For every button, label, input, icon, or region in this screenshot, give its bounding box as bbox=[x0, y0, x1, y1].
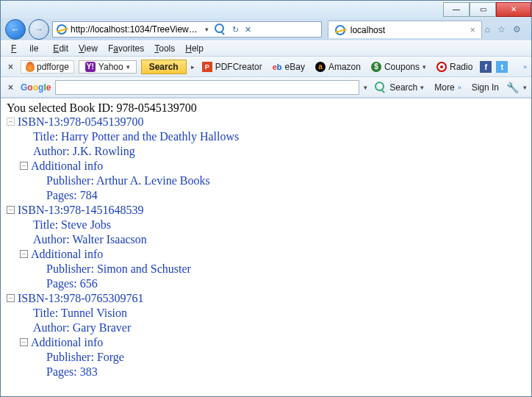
menu-file-label: ile bbox=[25, 42, 43, 55]
tree-node-publisher[interactable]: Publisher: Arthur A. Levine Books bbox=[46, 174, 210, 188]
ebay-icon: eb bbox=[273, 62, 282, 71]
tools-gear-button[interactable]: ⚙ bbox=[513, 24, 521, 35]
tree-node-author[interactable]: Author: Gary Braver bbox=[33, 321, 131, 335]
wrench-dropdown-icon[interactable]: ▾ bbox=[523, 84, 527, 91]
tree-toggle[interactable]: − bbox=[7, 206, 15, 214]
maximize-button[interactable]: ▭ bbox=[470, 2, 496, 17]
toolbar-pdfforge: × pdfforge Y! Yahoo ▾ Search ▸ P PDFCrea… bbox=[1, 57, 531, 77]
menu-favorites[interactable]: Favorites bbox=[104, 42, 148, 55]
close-button[interactable]: ✕ bbox=[496, 2, 531, 17]
tree-node-publisher[interactable]: Publisher: Forge bbox=[46, 350, 124, 365]
browser-tab[interactable]: localhost × bbox=[328, 21, 482, 38]
tree-node-publisher[interactable]: Publisher: Simon and Schuster bbox=[46, 262, 191, 276]
tree-node-author[interactable]: Author: Walter Isaacson bbox=[33, 232, 147, 247]
wrench-icon[interactable]: 🔧 bbox=[506, 82, 519, 93]
tree-toggle[interactable]: − bbox=[20, 162, 28, 170]
google-more-label: More bbox=[434, 82, 454, 93]
tree-toggle[interactable]: − bbox=[7, 294, 15, 302]
tree-node-additional[interactable]: Additional info bbox=[31, 159, 103, 174]
google-search-label: Search bbox=[389, 82, 417, 93]
tree-toggle[interactable]: − bbox=[20, 250, 28, 258]
ie-icon bbox=[56, 24, 68, 35]
tree-node-isbn[interactable]: ISBN-13:978-0765309761 bbox=[18, 291, 144, 306]
menu-tools[interactable]: Tools bbox=[150, 42, 179, 55]
yahoo-icon: Y! bbox=[85, 62, 96, 72]
tab-title: localhost bbox=[351, 25, 385, 35]
facebook-button[interactable]: f bbox=[480, 61, 492, 73]
pdfcreator-icon: P bbox=[202, 62, 212, 72]
stop-button[interactable]: ✕ bbox=[245, 25, 251, 35]
google-search-input[interactable] bbox=[55, 80, 359, 95]
toolbar-google: × Google ▾ Search ▾ More » Sign In 🔧 ▾ bbox=[1, 77, 531, 98]
pdfforge-label: pdfforge bbox=[37, 62, 69, 72]
address-bar[interactable]: http://localhost:1034/TreeView… ▾ ↻ ✕ bbox=[52, 21, 322, 37]
menu-bar: File Edit View Favorites Tools Help bbox=[1, 40, 531, 57]
navigation-bar: ← → http://localhost:1034/TreeView… ▾ ↻ … bbox=[1, 18, 531, 40]
pdfforge-button[interactable]: pdfforge bbox=[21, 60, 74, 74]
home-button[interactable]: ⌂ bbox=[485, 24, 490, 35]
url-dropdown-icon[interactable]: ▾ bbox=[205, 26, 209, 33]
google-logo: Google bbox=[21, 82, 51, 93]
tree-node-pages[interactable]: Pages: 383 bbox=[46, 365, 98, 379]
amazon-button[interactable]: a Amazon bbox=[312, 62, 364, 72]
url-text: http://localhost:1034/TreeView… bbox=[71, 24, 198, 35]
tree-node-isbn[interactable]: ISBN-13:978-1451648539 bbox=[18, 203, 144, 218]
tree-node-title[interactable]: Title: Tunnel Vision bbox=[33, 306, 127, 321]
toolbar-overflow-button[interactable]: » bbox=[523, 63, 527, 71]
tree-node-author[interactable]: Author: J.K. Rowling bbox=[33, 144, 135, 159]
search-split-icon[interactable]: ▸ bbox=[191, 63, 195, 71]
tree-node-pages[interactable]: Pages: 784 bbox=[46, 188, 98, 203]
menu-edit[interactable]: Edit bbox=[48, 42, 73, 55]
google-signin-button[interactable]: Sign In bbox=[469, 82, 502, 93]
yahoo-search-provider[interactable]: Y! Yahoo ▾ bbox=[79, 60, 137, 74]
flame-icon bbox=[26, 62, 35, 72]
radio-icon bbox=[436, 62, 447, 72]
amazon-label: Amazon bbox=[328, 62, 361, 72]
page-content: You selected Book ID: 978-0545139700 − I… bbox=[1, 98, 531, 396]
magnifier-icon bbox=[375, 82, 387, 93]
google-more-button[interactable]: More » bbox=[431, 82, 464, 93]
forward-button[interactable]: → bbox=[29, 19, 49, 40]
radio-button[interactable]: Radio bbox=[434, 62, 475, 72]
search-button[interactable]: Search bbox=[141, 60, 187, 74]
selected-book-text: You selected Book ID: 978-0545139700 bbox=[7, 101, 525, 115]
tree-node-title[interactable]: Title: Steve Jobs bbox=[33, 218, 111, 232]
pdfcreator-button[interactable]: P PDFCreator bbox=[199, 62, 265, 72]
tree-node-isbn[interactable]: ISBN-13:978-0545139700 bbox=[18, 115, 144, 129]
amazon-icon: a bbox=[315, 62, 326, 72]
pdfcreator-label: PDFCreator bbox=[215, 62, 262, 72]
google-toolbar-close-button[interactable]: × bbox=[5, 82, 16, 93]
treeview: − ISBN-13:978-0545139700 Title: Harry Po… bbox=[7, 115, 525, 379]
menu-help[interactable]: Help bbox=[181, 42, 208, 55]
tree-node-pages[interactable]: Pages: 656 bbox=[46, 276, 98, 291]
tree-toggle[interactable]: − bbox=[20, 338, 28, 346]
tab-ie-icon bbox=[334, 24, 346, 36]
google-search-dropdown-icon[interactable]: ▾ bbox=[364, 84, 367, 91]
coupons-label: Coupons bbox=[384, 62, 420, 72]
menu-file[interactable]: File bbox=[7, 42, 47, 55]
search-in-address-icon[interactable] bbox=[215, 24, 226, 35]
twitter-button[interactable]: t bbox=[496, 61, 508, 73]
favorites-star-button[interactable]: ☆ bbox=[497, 24, 506, 35]
minimize-button[interactable]: — bbox=[443, 2, 470, 17]
back-button[interactable]: ← bbox=[5, 19, 26, 40]
coupons-button[interactable]: $ Coupons ▾ bbox=[368, 62, 429, 72]
radio-label: Radio bbox=[450, 62, 472, 72]
google-search-button[interactable]: Search ▾ bbox=[372, 82, 427, 93]
tree-node-additional[interactable]: Additional info bbox=[31, 247, 103, 262]
tree-node-additional[interactable]: Additional info bbox=[31, 335, 103, 350]
window-titlebar: — ▭ ✕ bbox=[1, 1, 531, 18]
tab-close-button[interactable]: × bbox=[470, 25, 475, 35]
toolbar-close-button[interactable]: × bbox=[5, 62, 16, 72]
yahoo-label: Yahoo bbox=[98, 62, 123, 72]
refresh-button[interactable]: ↻ bbox=[232, 25, 239, 35]
tree-node-title[interactable]: Title: Harry Potter and the Deathly Hall… bbox=[33, 129, 239, 144]
coupons-icon: $ bbox=[371, 62, 381, 72]
menu-view[interactable]: View bbox=[74, 42, 102, 55]
tree-toggle[interactable]: − bbox=[7, 118, 15, 126]
ebay-button[interactable]: eb eBay bbox=[270, 62, 308, 72]
ebay-label: eBay bbox=[285, 62, 305, 72]
